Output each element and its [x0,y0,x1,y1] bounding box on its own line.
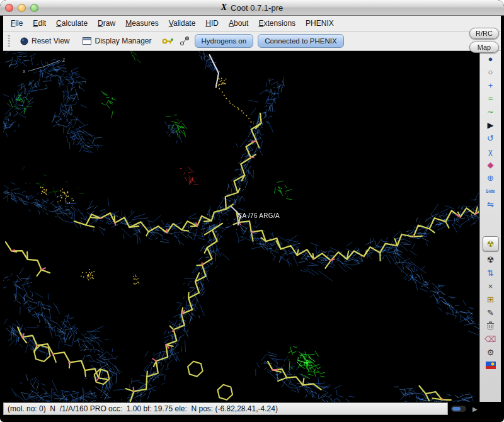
rotate-translate-zone-button[interactable]: ↺ [483,132,499,144]
axis-z-label: z [62,57,66,63]
window-body: File Edit Calculate Draw Measures Valida… [3,16,501,416]
menubar: File Edit Calculate Draw Measures Valida… [3,16,501,31]
atom-pair-icon [180,37,189,45]
flip-peptide-button[interactable]: ⇋ [483,198,499,210]
menu-extensions[interactable]: Extensions [253,17,301,30]
key-button[interactable] [161,37,175,46]
display-manager-button[interactable]: Display Manager [78,35,156,47]
drag-atoms-icon: ⇅ [487,269,494,277]
rotate-orbit-icon: ○ [488,68,493,76]
molecular-viewport[interactable] [3,51,479,402]
radiation-button[interactable]: ☢ [483,253,499,266]
gl-canvas-area: x z CA /76 ARG/A [3,51,479,402]
add-atom-icon: ⊞ [487,295,494,304]
edit-chi-angles-button[interactable]: χ [483,145,499,157]
display-manager-icon [83,37,91,45]
menu-draw[interactable]: Draw [93,17,120,30]
status-row: (mol. no: 0) N /1/A/160 PRO occ: 1.00 bf… [3,402,501,416]
settings-button[interactable]: ⚙ [483,346,499,358]
phenix-connection-toggle[interactable]: Connected to PHENIX [258,34,343,48]
titlebar[interactable]: X Coot 0.7.1-pre [0,0,504,16]
add-terminal-residue-button[interactable]: ⊕ [483,171,499,184]
add-atom-button[interactable]: ⊞ [483,293,499,305]
menu-about[interactable]: About [224,17,253,30]
minimize-button[interactable] [18,4,26,12]
reset-view-button[interactable]: Reset View [16,35,74,47]
pencil-icon: ✎ [487,309,494,317]
drag-atoms-button[interactable]: ⇅ [483,266,499,279]
mini-scrollbar[interactable] [451,406,466,412]
real-space-refine-button[interactable]: ≈ [483,92,499,105]
menu-calculate[interactable]: Calculate [51,17,93,30]
rrc-button[interactable]: R/RC [469,28,499,39]
x11-app-icon: X [221,3,227,13]
toolbar-grip[interactable] [7,35,10,47]
flip-peptide-icon: ⇋ [487,200,494,208]
axis-indicator: x z [22,55,72,75]
toolbar: Reset View Display Manager [3,31,501,51]
mutate-icon: ◆ [488,161,494,169]
window-title-group: X Coot 0.7.1-pre [221,3,283,13]
regularize-zone-icon: ∼ [487,108,494,116]
view-sphere-icon: ● [488,55,493,63]
trash-icon [486,321,495,330]
edit-chi-angles-icon: χ [488,147,493,156]
real-space-refine-icon: ≈ [488,94,493,103]
view-sphere-button[interactable]: ● [483,52,499,65]
menu-measures[interactable]: Measures [120,17,164,30]
delete-item-button[interactable] [483,319,499,332]
regularize-zone-button[interactable]: ∼ [483,105,499,118]
right-toolbar: ●○+≈∼▶↺χ◆⊕Side⇋☢☢⇅×⊞✎⌫⚙ [479,51,501,402]
rotate-orbit-button[interactable]: ○ [483,66,499,78]
menu-phenix[interactable]: PHENIX [301,17,339,30]
paned-handle-icon[interactable]: ▶ [472,406,478,413]
corner-buttons: R/RC Map [469,28,499,53]
reset-view-icon [20,37,28,45]
display-colors-button[interactable] [483,359,499,372]
atom-pair-button[interactable] [179,35,190,47]
mini-scrollbar-thumb[interactable] [452,407,461,411]
eraser-button[interactable]: ⌫ [483,333,499,345]
pencil-button[interactable]: ✎ [483,306,499,319]
window-controls [5,4,38,12]
reset-view-label: Reset View [32,37,69,45]
hydrogens-toggle[interactable]: Hydrogens on [195,34,254,48]
translate-button[interactable]: + [483,79,499,91]
side-chain-flip-button[interactable]: Side [483,185,499,197]
picture-icon [486,362,496,369]
side-chain-flip-icon: Side [486,189,495,193]
main-content: x z CA /76 ARG/A ●○+≈∼▶↺χ◆⊕Side⇋☢☢⇅×⊞✎⌫⚙ [3,51,501,402]
menu-hid[interactable]: HID [200,17,224,30]
pointer-button[interactable]: ▶ [483,118,499,131]
status-text: (mol. no: 0) N /1/A/160 PRO occ: 1.00 bf… [8,404,278,413]
key-icon [162,38,173,45]
add-terminal-residue-icon: ⊕ [487,174,494,182]
zoom-button[interactable] [30,4,38,12]
pointer-icon: ▶ [488,121,494,129]
window-title: Coot 0.7.1-pre [231,3,283,13]
undo-radiation-button[interactable]: ☢ [483,236,499,251]
map-button[interactable]: Map [469,42,499,53]
close-button[interactable] [5,4,13,12]
atom-label: CA /76 ARG/A [238,212,280,219]
radiation-icon: ☢ [487,256,495,264]
menu-file[interactable]: File [6,17,28,30]
app-window: X Coot 0.7.1-pre File Edit Calculate Dra… [0,0,504,422]
mutate-button[interactable]: ◆ [483,158,499,171]
undo-radiation-icon: ☢ [487,240,495,248]
bond-tool-button[interactable]: × [483,280,499,292]
settings-icon: ⚙ [487,348,495,356]
eraser-icon: ⌫ [484,335,496,343]
menu-validate[interactable]: Validate [164,17,201,30]
menu-edit[interactable]: Edit [28,17,51,30]
rotate-translate-zone-icon: ↺ [487,134,494,142]
display-manager-label: Display Manager [94,37,151,45]
bond-tool-icon: × [488,282,493,290]
status-bar: (mol. no: 0) N /1/A/160 PRO occ: 1.00 bf… [3,402,448,415]
translate-icon: + [488,81,493,89]
axis-x-label: x [23,68,26,74]
